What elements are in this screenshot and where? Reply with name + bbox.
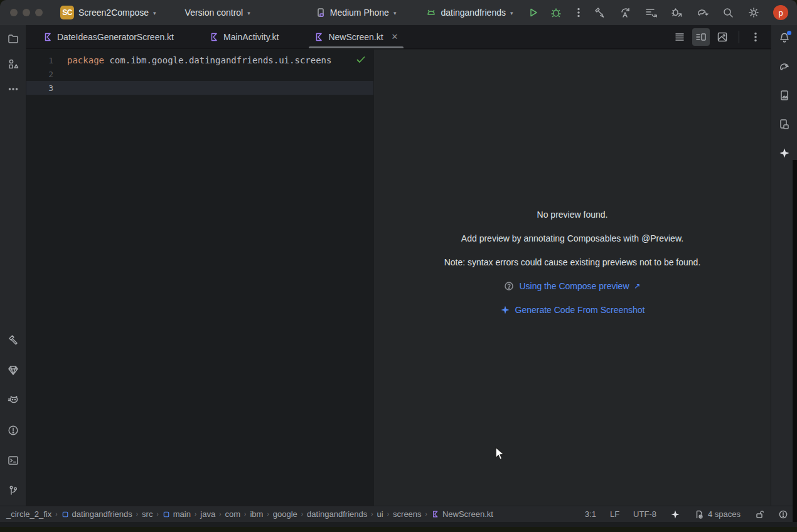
apply-changes-icon[interactable] (619, 6, 631, 19)
breadcrumb-item[interactable]: google (273, 509, 297, 519)
search-icon[interactable] (722, 6, 734, 19)
breadcrumb-item[interactable]: datingandfriends (307, 509, 367, 519)
window-controls (0, 9, 60, 16)
info-warning-widget[interactable] (778, 509, 788, 519)
desktop-edge (0, 527, 797, 532)
apply-code-changes-icon[interactable] (645, 6, 657, 19)
resource-manager-icon (7, 58, 19, 70)
compose-preview-help-link[interactable]: Using the Compose preview ↗ (504, 279, 640, 293)
indent-config-icon (694, 509, 704, 519)
chevron-down-icon: ▾ (247, 10, 250, 16)
info-warning-icon (778, 509, 788, 519)
avatar[interactable]: p (773, 5, 788, 20)
gradle-tool-button[interactable] (776, 58, 793, 75)
editor-view-button[interactable] (671, 28, 688, 46)
project-widget[interactable]: SC Screen2Compose ▾ (60, 6, 156, 19)
gradle-sync-icon[interactable] (696, 6, 709, 19)
version-control-branch-icon (7, 484, 19, 497)
breadcrumb-item[interactable]: ibm (250, 509, 263, 519)
caret-position-widget[interactable]: 3:1 (585, 509, 596, 519)
breadcrumb-item[interactable]: NewScreen.kt (431, 509, 493, 519)
run-icon[interactable] (527, 6, 540, 19)
terminal-icon (7, 454, 19, 467)
gemini-tool-button[interactable] (776, 144, 793, 162)
breadcrumb-item[interactable]: _circle_2_fix (6, 509, 51, 519)
breadcrumb-separator: › (55, 511, 57, 518)
more-tool-windows-button[interactable] (4, 80, 22, 98)
breadcrumb-item[interactable]: screens (393, 509, 422, 519)
breadcrumb-item[interactable]: java (200, 509, 215, 519)
desktop-edge (793, 160, 797, 522)
line-separator-widget[interactable]: LF (610, 509, 619, 519)
running-devices-tool-button[interactable] (776, 87, 793, 104)
close-window-button[interactable] (10, 9, 18, 16)
breadcrumb-item[interactable]: datingandfriends (62, 509, 132, 519)
notification-dot (787, 31, 791, 35)
gemini-status-widget[interactable] (670, 509, 680, 519)
tab-mainactivity[interactable]: MainActivity.kt (201, 25, 286, 48)
more-vertical-icon[interactable] (572, 6, 585, 19)
left-tool-strip (0, 25, 26, 506)
breadcrumb-separator: › (301, 511, 303, 518)
logcat-tool-button[interactable] (4, 391, 22, 409)
file-lock-widget[interactable] (754, 509, 764, 519)
breadcrumb-separator: › (136, 511, 138, 518)
keyword-token: package (67, 55, 104, 65)
zoom-window-button[interactable] (35, 9, 43, 16)
more-horizontal-icon (7, 83, 19, 95)
inspection-status-widget[interactable] (355, 53, 367, 66)
encoding-widget[interactable]: UTF-8 (633, 509, 656, 519)
build-run-icon[interactable] (593, 6, 606, 19)
gemini-sparkle-icon (500, 305, 510, 315)
tab-newscreen[interactable]: NewScreen.kt ✕ (306, 25, 405, 48)
version-control-widget[interactable]: Version control ▾ (185, 8, 250, 18)
gear-icon[interactable] (747, 6, 760, 19)
generate-code-from-screenshot-link[interactable]: Generate Code From Screenshot (500, 303, 645, 317)
tab-label: MainActivity.kt (223, 32, 279, 42)
debug-icon[interactable] (550, 6, 562, 19)
version-control-tool-button[interactable] (4, 482, 22, 499)
terminal-tool-button[interactable] (4, 452, 22, 469)
breadcrumb-item[interactable]: src (142, 509, 152, 519)
tab-dateideasgeneratorscreen[interactable]: DateIdeasGeneratorScreen.kt (35, 25, 181, 48)
line-number: 2 (26, 70, 67, 79)
device-manager-icon (778, 118, 791, 130)
help-link-label: Using the Compose preview (519, 281, 629, 291)
resource-manager-tool-button[interactable] (4, 55, 22, 73)
close-icon[interactable]: ✕ (392, 32, 398, 41)
breadcrumb-item[interactable]: main (163, 509, 191, 519)
question-circle-icon (504, 281, 514, 291)
breadcrumb-item[interactable]: ui (377, 509, 383, 519)
inspection-check-icon (355, 53, 367, 66)
add-preview-hint: Add preview by annotating Composables wi… (461, 231, 683, 245)
folder-icon (7, 33, 19, 45)
problems-tool-button[interactable] (4, 422, 22, 439)
breadcrumb-separator: › (371, 511, 373, 518)
indent-widget[interactable]: 4 spaces (694, 509, 741, 519)
device-manager-tool-button[interactable] (776, 115, 793, 133)
build-tool-button[interactable] (4, 331, 22, 349)
line-number-current: 3 (26, 83, 67, 93)
kotlin-file-icon (43, 32, 53, 42)
minimize-window-button[interactable] (23, 9, 30, 16)
device-phone-icon (316, 8, 326, 18)
editor-view-icon (673, 31, 686, 43)
device-selector[interactable]: Medium Phone ▾ (316, 8, 397, 18)
project-tool-button[interactable] (4, 30, 22, 48)
design-view-button[interactable] (714, 28, 731, 46)
design-view-icon (716, 31, 729, 43)
app-insights-gem-icon (7, 364, 19, 376)
attach-debugger-icon[interactable] (670, 6, 683, 19)
code-token: com.ibm.google.datingandfriends.ui.scree… (104, 55, 331, 65)
breadcrumb-item[interactable]: com (225, 509, 241, 519)
notifications-button[interactable] (776, 29, 793, 46)
editor-more-options-button[interactable] (747, 28, 764, 46)
breadcrumb: _circle_2_fix › datingandfriends › src ›… (6, 509, 493, 519)
run-configuration-selector[interactable]: datingandfriends ▾ (426, 8, 513, 18)
split-view-button[interactable] (692, 28, 710, 46)
code-editor[interactable]: 1 package com.ibm.google.datingandfriend… (26, 50, 373, 506)
app-quality-insights-tool-button[interactable] (4, 361, 22, 379)
android-head-icon (426, 8, 436, 18)
gemini-star-icon (670, 509, 680, 519)
kotlin-file-icon (314, 32, 324, 42)
